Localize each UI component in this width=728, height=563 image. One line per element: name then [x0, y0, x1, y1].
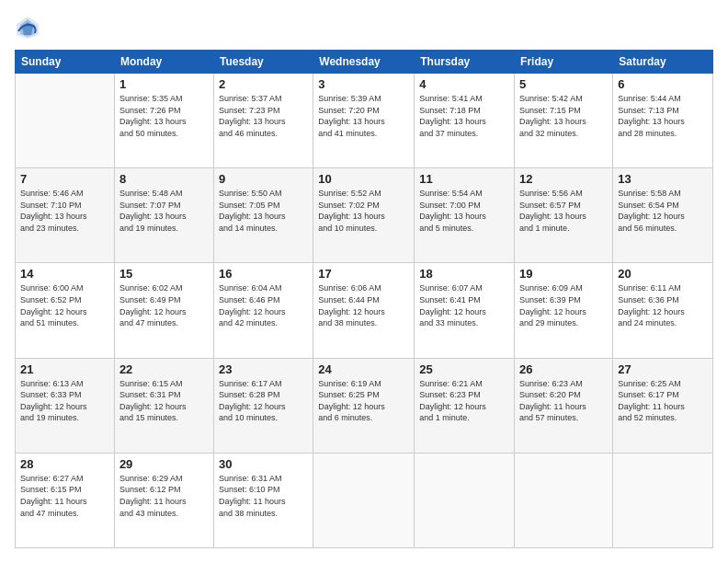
day-info: Sunrise: 6:15 AM Sunset: 6:31 PM Dayligh…: [119, 378, 209, 424]
calendar-cell: 7Sunrise: 5:46 AM Sunset: 7:10 PM Daylig…: [16, 168, 115, 263]
day-info: Sunrise: 5:41 AM Sunset: 7:18 PM Dayligh…: [419, 93, 509, 139]
day-number: 23: [219, 362, 308, 376]
day-info: Sunrise: 5:46 AM Sunset: 7:10 PM Dayligh…: [20, 188, 109, 234]
day-number: 3: [318, 77, 409, 91]
day-number: 29: [119, 457, 209, 471]
calendar-cell: 6Sunrise: 5:44 AM Sunset: 7:13 PM Daylig…: [613, 74, 713, 168]
day-number: 7: [20, 172, 109, 186]
calendar-header-saturday: Saturday: [613, 51, 713, 74]
calendar-cell: 14Sunrise: 6:00 AM Sunset: 6:52 PM Dayli…: [16, 263, 115, 358]
day-info: Sunrise: 6:06 AM Sunset: 6:44 PM Dayligh…: [318, 282, 409, 328]
calendar-cell: 9Sunrise: 5:50 AM Sunset: 7:05 PM Daylig…: [213, 168, 313, 263]
day-info: Sunrise: 5:42 AM Sunset: 7:15 PM Dayligh…: [519, 93, 608, 139]
day-info: Sunrise: 5:48 AM Sunset: 7:07 PM Dayligh…: [119, 188, 209, 234]
calendar-week-4: 21Sunrise: 6:13 AM Sunset: 6:33 PM Dayli…: [16, 358, 713, 453]
day-number: 1: [119, 77, 209, 91]
day-info: Sunrise: 6:07 AM Sunset: 6:41 PM Dayligh…: [419, 282, 509, 328]
calendar-cell: 23Sunrise: 6:17 AM Sunset: 6:28 PM Dayli…: [213, 358, 313, 453]
calendar-week-5: 28Sunrise: 6:27 AM Sunset: 6:15 PM Dayli…: [16, 453, 713, 547]
day-number: 12: [519, 172, 608, 186]
day-number: 25: [419, 362, 509, 376]
calendar-cell: 17Sunrise: 6:06 AM Sunset: 6:44 PM Dayli…: [313, 263, 415, 358]
day-info: Sunrise: 5:35 AM Sunset: 7:26 PM Dayligh…: [119, 93, 209, 139]
calendar-cell: 2Sunrise: 5:37 AM Sunset: 7:23 PM Daylig…: [213, 74, 313, 168]
day-info: Sunrise: 5:52 AM Sunset: 7:02 PM Dayligh…: [318, 188, 409, 234]
day-number: 5: [519, 77, 608, 91]
calendar-header-friday: Friday: [515, 51, 613, 74]
day-info: Sunrise: 5:56 AM Sunset: 6:57 PM Dayligh…: [519, 188, 608, 234]
calendar-cell: 1Sunrise: 5:35 AM Sunset: 7:26 PM Daylig…: [114, 74, 213, 168]
day-info: Sunrise: 5:37 AM Sunset: 7:23 PM Dayligh…: [219, 93, 308, 139]
calendar-cell: 4Sunrise: 5:41 AM Sunset: 7:18 PM Daylig…: [415, 74, 515, 168]
calendar-cell: 21Sunrise: 6:13 AM Sunset: 6:33 PM Dayli…: [16, 358, 115, 453]
day-info: Sunrise: 5:44 AM Sunset: 7:13 PM Dayligh…: [618, 93, 708, 139]
calendar-week-3: 14Sunrise: 6:00 AM Sunset: 6:52 PM Dayli…: [16, 263, 713, 358]
calendar-cell: 26Sunrise: 6:23 AM Sunset: 6:20 PM Dayli…: [515, 358, 613, 453]
day-number: 15: [119, 267, 209, 281]
calendar-cell: 15Sunrise: 6:02 AM Sunset: 6:49 PM Dayli…: [114, 263, 213, 358]
header: [15, 15, 713, 40]
day-info: Sunrise: 6:27 AM Sunset: 6:15 PM Dayligh…: [20, 473, 109, 519]
day-number: 30: [219, 457, 308, 471]
day-number: 26: [519, 362, 608, 376]
calendar-cell: [415, 453, 515, 547]
calendar-cell: 13Sunrise: 5:58 AM Sunset: 6:54 PM Dayli…: [613, 168, 713, 263]
day-info: Sunrise: 6:21 AM Sunset: 6:23 PM Dayligh…: [419, 378, 509, 424]
day-number: 19: [519, 267, 608, 281]
calendar-header-thursday: Thursday: [415, 51, 515, 74]
calendar-cell: 5Sunrise: 5:42 AM Sunset: 7:15 PM Daylig…: [515, 74, 613, 168]
calendar-cell: 25Sunrise: 6:21 AM Sunset: 6:23 PM Dayli…: [415, 358, 515, 453]
day-number: 21: [20, 362, 109, 376]
calendar-header-monday: Monday: [114, 51, 213, 74]
day-info: Sunrise: 6:29 AM Sunset: 6:12 PM Dayligh…: [119, 473, 209, 519]
day-number: 11: [419, 172, 509, 186]
day-info: Sunrise: 5:39 AM Sunset: 7:20 PM Dayligh…: [318, 93, 409, 139]
calendar-cell: 12Sunrise: 5:56 AM Sunset: 6:57 PM Dayli…: [515, 168, 613, 263]
calendar-cell: [613, 453, 713, 547]
calendar-cell: 22Sunrise: 6:15 AM Sunset: 6:31 PM Dayli…: [114, 358, 213, 453]
day-info: Sunrise: 6:04 AM Sunset: 6:46 PM Dayligh…: [219, 282, 308, 328]
day-info: Sunrise: 6:25 AM Sunset: 6:17 PM Dayligh…: [618, 378, 708, 424]
day-number: 20: [618, 267, 708, 281]
day-number: 4: [419, 77, 509, 91]
day-info: Sunrise: 6:11 AM Sunset: 6:36 PM Dayligh…: [618, 282, 708, 328]
day-number: 14: [20, 267, 109, 281]
calendar-cell: 30Sunrise: 6:31 AM Sunset: 6:10 PM Dayli…: [213, 453, 313, 547]
day-number: 24: [318, 362, 409, 376]
calendar-header-row: SundayMondayTuesdayWednesdayThursdayFrid…: [16, 51, 713, 74]
day-number: 2: [219, 77, 308, 91]
day-info: Sunrise: 6:00 AM Sunset: 6:52 PM Dayligh…: [20, 282, 109, 328]
calendar-cell: 24Sunrise: 6:19 AM Sunset: 6:25 PM Dayli…: [313, 358, 415, 453]
calendar-cell: [313, 453, 415, 547]
day-number: 10: [318, 172, 409, 186]
day-number: 27: [618, 362, 708, 376]
day-info: Sunrise: 6:19 AM Sunset: 6:25 PM Dayligh…: [318, 378, 409, 424]
day-info: Sunrise: 6:17 AM Sunset: 6:28 PM Dayligh…: [219, 378, 308, 424]
calendar-cell: 8Sunrise: 5:48 AM Sunset: 7:07 PM Daylig…: [114, 168, 213, 263]
calendar-cell: 3Sunrise: 5:39 AM Sunset: 7:20 PM Daylig…: [313, 74, 415, 168]
day-info: Sunrise: 6:13 AM Sunset: 6:33 PM Dayligh…: [20, 378, 109, 424]
calendar-week-1: 1Sunrise: 5:35 AM Sunset: 7:26 PM Daylig…: [16, 74, 713, 168]
calendar-cell: [16, 74, 115, 168]
day-number: 17: [318, 267, 409, 281]
calendar-header-tuesday: Tuesday: [213, 51, 313, 74]
logo: [15, 15, 44, 40]
day-info: Sunrise: 6:02 AM Sunset: 6:49 PM Dayligh…: [119, 282, 209, 328]
day-number: 28: [20, 457, 109, 471]
day-info: Sunrise: 6:09 AM Sunset: 6:39 PM Dayligh…: [519, 282, 608, 328]
day-number: 13: [618, 172, 708, 186]
calendar-cell: 20Sunrise: 6:11 AM Sunset: 6:36 PM Dayli…: [613, 263, 713, 358]
day-number: 22: [119, 362, 209, 376]
day-number: 9: [219, 172, 308, 186]
day-number: 8: [119, 172, 209, 186]
day-info: Sunrise: 6:31 AM Sunset: 6:10 PM Dayligh…: [219, 473, 308, 519]
day-number: 16: [219, 267, 308, 281]
calendar-header-sunday: Sunday: [16, 51, 115, 74]
calendar-cell: 11Sunrise: 5:54 AM Sunset: 7:00 PM Dayli…: [415, 168, 515, 263]
day-number: 6: [618, 77, 708, 91]
calendar-cell: [515, 453, 613, 547]
day-info: Sunrise: 6:23 AM Sunset: 6:20 PM Dayligh…: [519, 378, 608, 424]
calendar-cell: 18Sunrise: 6:07 AM Sunset: 6:41 PM Dayli…: [415, 263, 515, 358]
day-info: Sunrise: 5:54 AM Sunset: 7:00 PM Dayligh…: [419, 188, 509, 234]
day-info: Sunrise: 5:50 AM Sunset: 7:05 PM Dayligh…: [219, 188, 308, 234]
